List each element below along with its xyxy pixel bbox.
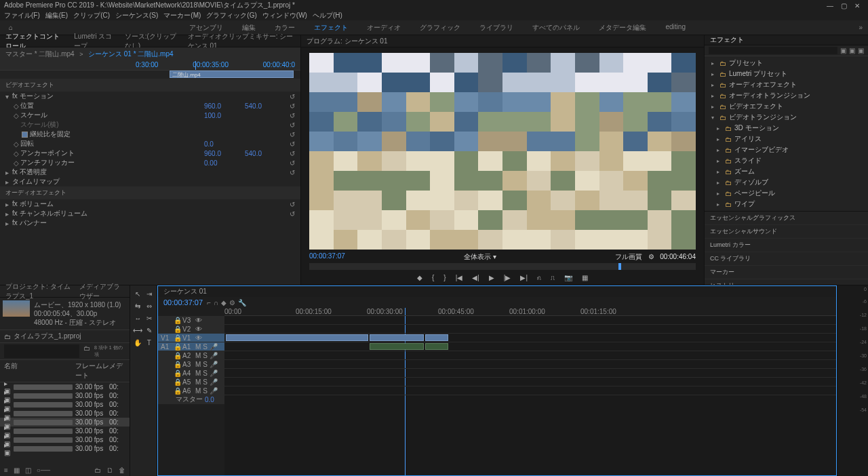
extract-icon[interactable]: ⎍ — [551, 274, 555, 281]
ws-color[interactable]: カラー — [275, 23, 295, 33]
tl-marker-icon[interactable]: ◆ — [221, 299, 226, 306]
ws-editing[interactable]: editing — [665, 23, 685, 33]
menu-window[interactable]: ウィンドウ(W) — [262, 11, 307, 20]
eff-preset2-icon[interactable]: ▣ — [849, 47, 855, 54]
ecp-anchor-x[interactable]: 960.0 — [204, 150, 245, 157]
ws-metadata[interactable]: メタデータ編集 — [599, 23, 646, 33]
audio-track-header[interactable]: 🔒A2MS🎤 — [158, 351, 224, 360]
menu-graphic[interactable]: グラフィック(G) — [206, 11, 256, 20]
eff-subfolder[interactable]: ▸🗀3D モーション — [707, 123, 865, 134]
ws-audio[interactable]: オーディオ — [367, 23, 401, 33]
eff-folder[interactable]: ▸🗀ビデオエフェクト — [707, 101, 865, 112]
side-panel-tab[interactable]: エッセンシャルグラフィックス — [705, 212, 868, 225]
tab-program[interactable]: プログラム: シーケンス 01 — [307, 37, 387, 46]
effects-search-input[interactable] — [709, 47, 837, 54]
ecp-opacity[interactable]: ▸fx 不透明度↺ — [0, 167, 300, 177]
lift-icon[interactable]: ⎌ — [537, 274, 541, 281]
eff-preset3-icon[interactable]: ▣ — [858, 47, 864, 54]
ecp-volume[interactable]: ▸fx ボリューム↺ — [0, 199, 300, 209]
workspace-menu-icon[interactable]: » — [859, 24, 863, 31]
ws-effects[interactable]: エフェクト — [314, 23, 348, 33]
home-button[interactable]: ⌂ — [5, 23, 16, 33]
audio-clip[interactable] — [425, 343, 448, 350]
type-tool-icon[interactable]: T — [144, 337, 155, 348]
project-item[interactable]: ▸ ▣30.00 fps00: — [0, 427, 130, 435]
project-item[interactable]: ▸ ▣30.00 fps00: — [0, 400, 130, 409]
audio-track-header[interactable]: 🔒A3MS🎤 — [158, 360, 224, 369]
ecp-uniform-scale-checkbox[interactable] — [22, 132, 28, 138]
timeline-timecode[interactable]: 00:00:37:07 — [163, 298, 203, 306]
rolling-edit-tool-icon[interactable]: ⇔ — [144, 300, 155, 311]
export-frame-icon[interactable]: 📷 — [564, 274, 572, 281]
icon-view-icon[interactable]: ▦ — [14, 467, 20, 474]
ecp-position-y[interactable]: 540.0 — [245, 102, 285, 110]
eff-subfolder[interactable]: ▸🗀イマーシブビデオ — [707, 144, 865, 155]
video-track-header[interactable]: 🔒V3👁 — [158, 316, 224, 325]
project-item[interactable]: ▸ ▣30.00 fps00: — [0, 444, 130, 453]
tl-wrench-icon[interactable]: 🔧 — [238, 299, 246, 306]
ws-allpanels[interactable]: すべてのパネル — [532, 23, 580, 33]
timeline-playhead[interactable] — [405, 308, 406, 315]
side-panel-tab[interactable]: マーカー — [705, 266, 868, 279]
ecp-clip-bar[interactable]: 二階山.mp4 — [170, 71, 294, 78]
mark-out-icon[interactable]: } — [443, 274, 446, 281]
play-icon[interactable]: ▶ — [489, 274, 494, 281]
menu-help[interactable]: ヘルプ(H) — [313, 11, 342, 20]
eff-folder[interactable]: ▸🗀Lumetri プリセット — [707, 68, 865, 79]
side-panel-tab[interactable]: CC ライブラリ — [705, 252, 868, 266]
hand-tool-icon[interactable]: ✋ — [133, 337, 143, 348]
add-marker-icon[interactable]: ◆ — [417, 274, 422, 281]
ws-assembly[interactable]: アセンブリ — [189, 23, 223, 33]
eff-subfolder[interactable]: ▸🗀ワイプ — [707, 199, 865, 210]
menu-sequence[interactable]: シーケンス(S) — [115, 11, 158, 20]
menu-clip[interactable]: クリップ(C) — [73, 11, 110, 20]
close-button[interactable]: ✕ — [850, 2, 864, 9]
video-track-header[interactable]: 🔒V2👁 — [158, 325, 224, 334]
list-view-icon[interactable]: ≡ — [4, 467, 8, 474]
project-path[interactable]: タイムラプス_1.prproj — [14, 332, 81, 341]
project-filter-icon[interactable]: 🗀 — [83, 344, 90, 358]
project-item[interactable]: ▸ ▣30.00 fps00: — [0, 391, 130, 400]
ws-graphic[interactable]: グラフィック — [420, 23, 460, 33]
eff-subfolder[interactable]: ▸🗀アイリス — [707, 134, 865, 144]
col-media[interactable]: メデ — [109, 361, 125, 380]
ecp-position-x[interactable]: 960.0 — [204, 102, 245, 110]
ecp-anchor-y[interactable]: 540.0 — [245, 150, 285, 157]
new-item-icon[interactable]: 🗋 — [106, 467, 113, 474]
project-item[interactable]: ▸ ▣30.00 fps00: — [0, 382, 130, 391]
eff-subfolder[interactable]: ▸🗀ズーム — [707, 166, 865, 177]
tl-settings-icon[interactable]: ⚙ — [229, 299, 235, 306]
program-fit-dropdown[interactable]: 全体表示 ▾ — [464, 252, 496, 262]
eff-folder[interactable]: ▾🗀ビデオトランジション — [707, 112, 865, 123]
selection-tool-icon[interactable]: ↖ — [133, 288, 143, 299]
program-quality-dropdown[interactable]: フル画質 — [615, 253, 642, 260]
ripple-edit-tool-icon[interactable]: ⇆ — [133, 300, 143, 311]
ecp-rotation-val[interactable]: 0.0 — [204, 140, 245, 148]
ecp-channel-volume[interactable]: ▸fx チャンネルボリューム↺ — [0, 209, 300, 218]
slip-tool-icon[interactable]: ⟷ — [133, 325, 143, 336]
project-item[interactable]: ▸ ▣30.00 fps00: — [0, 409, 130, 418]
comparison-icon[interactable]: ▦ — [582, 274, 588, 281]
tab-sequence[interactable]: シーケンス 01 — [163, 287, 207, 296]
tl-snap-icon[interactable]: ⌐ — [207, 299, 211, 306]
col-framerate[interactable]: フレームレート — [75, 361, 109, 380]
pen-tool-icon[interactable]: ✎ — [144, 325, 155, 336]
project-item[interactable]: ▸ ▣30.00 fps00: — [0, 435, 130, 444]
audio-clip[interactable] — [370, 343, 424, 350]
eff-folder[interactable]: ▸🗀オーディオトランジション — [707, 90, 865, 101]
ws-library[interactable]: ライブラリ — [479, 23, 513, 33]
audio-track-header[interactable]: 🔒A4MS🎤 — [158, 369, 224, 378]
program-monitor[interactable] — [309, 53, 696, 250]
video-clip[interactable] — [425, 334, 448, 341]
menu-file[interactable]: ファイル(F) — [4, 11, 40, 20]
ecp-timeremap[interactable]: ▸タイムリマップ — [0, 177, 300, 186]
col-name[interactable]: 名前 — [4, 361, 75, 380]
mark-in-icon[interactable]: { — [432, 274, 434, 281]
track-select-tool-icon[interactable]: ⇥ — [144, 288, 155, 299]
menu-edit[interactable]: 編集(E) — [45, 11, 68, 20]
ecp-panner[interactable]: ▸fx パンナー — [0, 218, 300, 228]
freeform-view-icon[interactable]: ◫ — [25, 467, 31, 474]
video-clip[interactable] — [226, 334, 368, 341]
project-search-input[interactable] — [4, 344, 79, 358]
maximize-button[interactable]: ▢ — [837, 2, 850, 9]
